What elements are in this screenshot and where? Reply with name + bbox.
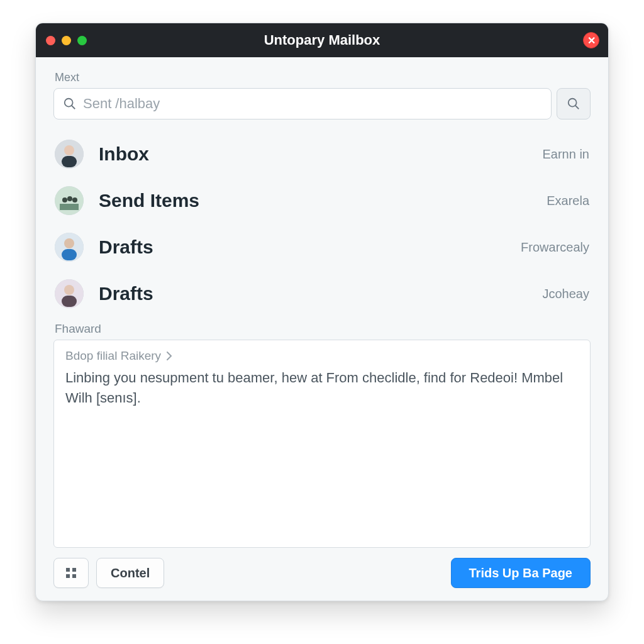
svg-line-3 bbox=[575, 106, 579, 109]
grid-view-button[interactable] bbox=[53, 558, 89, 588]
window-minimize-dot[interactable] bbox=[62, 36, 71, 45]
svg-point-11 bbox=[72, 197, 77, 203]
svg-rect-19 bbox=[72, 568, 76, 572]
folder-list: Inbox Earnn in Send Items Exarela Drafts… bbox=[53, 131, 591, 317]
svg-rect-20 bbox=[66, 574, 70, 578]
folder-label: Drafts bbox=[99, 283, 543, 304]
folder-label: Send Items bbox=[99, 190, 547, 211]
close-button[interactable]: ✕ bbox=[583, 32, 599, 48]
svg-rect-18 bbox=[66, 568, 70, 572]
search-button[interactable] bbox=[557, 88, 591, 119]
svg-rect-6 bbox=[62, 156, 77, 167]
svg-point-13 bbox=[64, 238, 74, 248]
avatar bbox=[55, 140, 84, 169]
svg-line-1 bbox=[72, 106, 75, 109]
cancel-button-label: Contel bbox=[111, 566, 150, 580]
folder-label: Drafts bbox=[99, 236, 521, 258]
search-icon bbox=[567, 97, 580, 111]
svg-point-2 bbox=[569, 99, 577, 107]
window-close-dot[interactable] bbox=[46, 36, 55, 45]
folder-row-drafts-1[interactable]: Drafts Frowarcealy bbox=[53, 224, 591, 270]
primary-button-label: Trids Up Ba Page bbox=[469, 566, 573, 580]
svg-rect-21 bbox=[72, 574, 76, 578]
svg-point-5 bbox=[64, 145, 74, 155]
folder-row-send-items[interactable]: Send Items Exarela bbox=[53, 177, 591, 224]
message-preview: Bdop filial Raikery Linbing you nesupmen… bbox=[53, 340, 591, 548]
preview-body-text: Linbing you nesupment tu beamer, hew at … bbox=[65, 368, 579, 408]
folder-meta: Exarela bbox=[547, 194, 589, 208]
search-box[interactable] bbox=[53, 88, 552, 119]
primary-action-button[interactable]: Trids Up Ba Page bbox=[451, 558, 591, 588]
avatar bbox=[55, 233, 84, 262]
folder-meta: Jcoheay bbox=[543, 287, 590, 301]
header-label: Mext bbox=[55, 71, 591, 84]
window-body: Mext Inbox Ea bbox=[36, 57, 608, 601]
svg-point-16 bbox=[64, 285, 74, 295]
close-icon: ✕ bbox=[587, 35, 596, 47]
search-input[interactable] bbox=[83, 96, 542, 112]
window-title: Untopary Mailbox bbox=[36, 32, 608, 48]
svg-point-0 bbox=[65, 99, 73, 107]
grid-icon bbox=[65, 567, 77, 579]
folder-label: Inbox bbox=[99, 143, 543, 165]
avatar bbox=[55, 186, 84, 215]
svg-rect-14 bbox=[62, 249, 77, 260]
svg-rect-17 bbox=[62, 296, 77, 307]
avatar bbox=[55, 279, 84, 308]
window-zoom-dot[interactable] bbox=[77, 36, 87, 45]
footer: Contel Trids Up Ba Page bbox=[53, 558, 591, 588]
cancel-button[interactable]: Contel bbox=[96, 558, 164, 588]
preview-breadcrumb[interactable]: Bdop filial Raikery bbox=[65, 349, 579, 363]
search-icon bbox=[63, 97, 77, 111]
app-window: Untopary Mailbox ✕ Mext bbox=[35, 23, 609, 601]
chevron-right-icon bbox=[166, 352, 172, 360]
folder-meta: Earnn in bbox=[543, 147, 590, 162]
titlebar: Untopary Mailbox ✕ bbox=[36, 23, 608, 57]
traffic-lights bbox=[46, 36, 87, 45]
svg-point-10 bbox=[67, 196, 72, 201]
folder-meta: Frowarcealy bbox=[521, 240, 589, 255]
preview-section-label: Fhaward bbox=[55, 322, 591, 336]
search-row bbox=[53, 88, 591, 119]
svg-point-9 bbox=[62, 197, 67, 203]
svg-rect-8 bbox=[60, 204, 79, 210]
preview-crumb-text: Bdop filial Raikery bbox=[65, 349, 161, 363]
folder-row-drafts-2[interactable]: Drafts Jcoheay bbox=[53, 270, 591, 317]
folder-row-inbox[interactable]: Inbox Earnn in bbox=[53, 131, 591, 177]
